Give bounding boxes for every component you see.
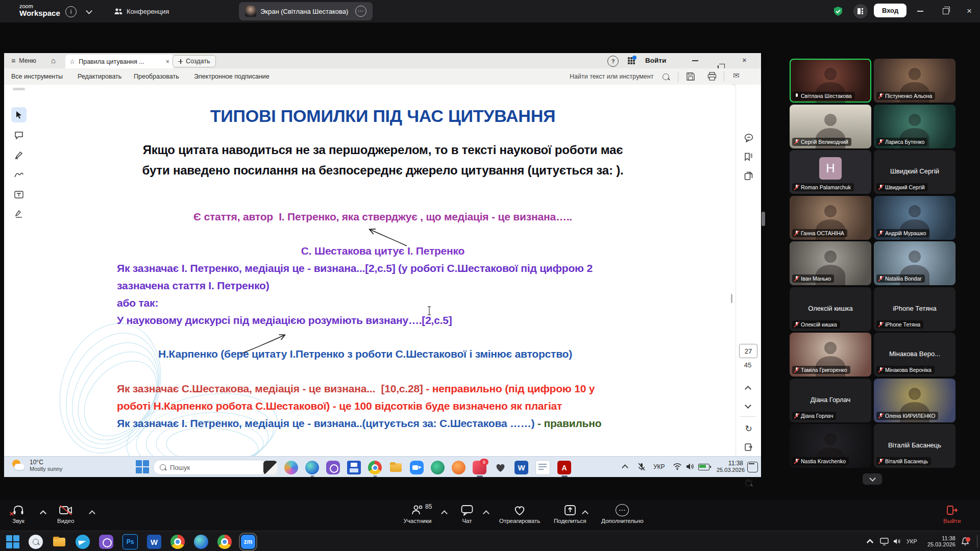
viber-icon[interactable]: [99, 535, 113, 549]
wifi-icon[interactable]: [673, 463, 682, 470]
teal-app-icon[interactable]: [431, 461, 445, 474]
previous-page-icon[interactable]: [745, 386, 751, 392]
participant-tile[interactable]: Олена КИРИЛЕНКО: [874, 379, 955, 422]
more-button[interactable]: ··· Дополнительно: [601, 504, 644, 524]
create-button[interactable]: Создать: [173, 55, 216, 67]
info-icon[interactable]: i: [65, 6, 77, 17]
text-box-tool-icon[interactable]: [11, 187, 27, 202]
comments-panel-icon[interactable]: [742, 131, 756, 145]
refresh-icon[interactable]: ↻: [742, 421, 756, 436]
adobe-apps-grid-icon[interactable]: [628, 57, 635, 64]
speaker-icon[interactable]: [686, 463, 694, 470]
audio-options-chevron[interactable]: [40, 510, 46, 517]
edit-menu[interactable]: Редактировать: [78, 73, 121, 80]
speaker-tray-icon[interactable]: [893, 538, 901, 545]
video-options-chevron[interactable]: [89, 510, 95, 517]
minimize-button[interactable]: [913, 4, 928, 19]
current-page-input[interactable]: 27: [739, 344, 757, 358]
all-tools-menu[interactable]: Все инструменты: [11, 73, 63, 80]
participant-tile[interactable]: Лариса Бутенко: [874, 105, 955, 148]
stage-scrollbar-thumb[interactable]: [762, 212, 765, 226]
edge-icon[interactable]: [305, 461, 319, 474]
notifications-bell-icon[interactable]: [961, 539, 970, 547]
photoshop-icon[interactable]: Ps: [122, 534, 138, 549]
weather-widget[interactable]: 10°C Mostly sunny: [11, 459, 62, 472]
word-icon[interactable]: W: [514, 461, 528, 474]
shared-clock[interactable]: 11:38 25.03.2026: [717, 460, 743, 473]
chrome-icon[interactable]: [170, 535, 185, 549]
participant-tile[interactable]: Nataliia Bondar: [874, 241, 955, 285]
apps-layout-icon[interactable]: [853, 4, 868, 18]
esign-menu[interactable]: Электронное подписание: [194, 73, 270, 80]
bookmarks-panel-icon[interactable]: [742, 149, 756, 164]
tab-conference[interactable]: Конференция: [108, 2, 175, 20]
notepad-icon[interactable]: [535, 460, 550, 475]
acrobat-icon[interactable]: A: [557, 461, 571, 474]
sign-in-button[interactable]: Вход: [874, 4, 906, 17]
word-icon[interactable]: W: [147, 535, 161, 549]
participant-tile[interactable]: Nastia Kravchenko: [790, 424, 871, 468]
export-page-icon[interactable]: [742, 440, 756, 454]
participant-tile[interactable]: Пістуненко Альона: [874, 59, 955, 103]
close-button[interactable]: ×: [962, 4, 977, 19]
help-icon[interactable]: ?: [607, 56, 619, 67]
tab-more-icon[interactable]: ···: [355, 6, 366, 17]
participant-tile[interactable]: Таміла Григоренко: [790, 333, 871, 377]
start-button[interactable]: [136, 460, 149, 473]
panel-handle[interactable]: [13, 88, 25, 90]
participant-tile[interactable]: Сергій Великодний: [790, 105, 871, 148]
participant-tile[interactable]: Мінакова Веро... Мінакова Вероніка: [874, 333, 955, 377]
close-tab-icon[interactable]: ×: [165, 58, 169, 65]
search-tools-field[interactable]: Найти текст или инструмент: [570, 73, 653, 80]
acrobat-sign-in-button[interactable]: Войти: [645, 57, 666, 64]
fill-sign-tool-icon[interactable]: [11, 207, 27, 222]
zoom-out-icon[interactable]: −: [742, 475, 756, 490]
participants-options-chevron[interactable]: [441, 510, 448, 517]
participants-button[interactable]: 85 Участники: [397, 504, 438, 524]
convert-menu[interactable]: Преобразовать: [134, 73, 179, 80]
home-icon[interactable]: ⌂: [51, 56, 56, 65]
chrome-icon[interactable]: [368, 461, 382, 474]
health-app-icon[interactable]: [494, 461, 507, 474]
file-explorer-icon[interactable]: [389, 461, 403, 474]
start-button[interactable]: [6, 535, 19, 548]
viber-icon[interactable]: [326, 461, 340, 474]
chevron-down-icon[interactable]: [86, 8, 92, 14]
chrome-profile-icon[interactable]: [217, 535, 232, 549]
participant-tile[interactable]: Світлана Шестакова: [790, 59, 871, 103]
pages-panel-icon[interactable]: [742, 168, 756, 183]
task-view-icon[interactable]: [263, 461, 277, 474]
participant-tile[interactable]: Ганна ОСТАНІНА: [790, 196, 871, 240]
show-desktop-button[interactable]: [977, 535, 977, 547]
search-button[interactable]: [29, 535, 43, 549]
edge-icon[interactable]: [194, 535, 208, 549]
mail-icon[interactable]: ✉: [733, 71, 740, 80]
copilot-icon[interactable]: [284, 461, 298, 474]
mic-muted-tray-icon[interactable]: [637, 462, 646, 471]
chat-options-chevron[interactable]: [483, 510, 489, 517]
menu-button[interactable]: ≡ Меню: [11, 53, 36, 68]
zoom-app-icon[interactable]: [410, 461, 424, 474]
react-button[interactable]: Отреагировать: [499, 504, 540, 524]
video-button[interactable]: Видео: [57, 504, 75, 524]
participant-tile[interactable]: H Roman Palamarchuk: [790, 150, 871, 194]
gallery-scroll-down-button[interactable]: [863, 473, 882, 485]
document-tab[interactable]: ☆ Правила цитування ... ×: [65, 55, 174, 68]
participant-tile[interactable]: Іван Манько: [790, 241, 871, 285]
leave-button[interactable]: Выйти: [943, 504, 961, 524]
participant-tile[interactable]: Олексій кишка Олексій кишка: [790, 287, 871, 331]
participant-tile[interactable]: Швидкий Сергій Швидкий Сергій: [874, 150, 955, 194]
photos-app-icon[interactable]: 9: [473, 461, 486, 474]
security-shield-icon[interactable]: [833, 6, 843, 16]
battery-icon[interactable]: [698, 464, 709, 470]
draw-tool-icon[interactable]: [11, 167, 27, 182]
share-button[interactable]: Поделиться: [554, 504, 586, 524]
zoom-app-icon-active[interactable]: zm: [241, 535, 255, 549]
document-scrollbar-thumb[interactable]: [731, 294, 732, 303]
participant-tile[interactable]: iPhone Тетяна iPhone Тетяна: [874, 287, 955, 331]
search-input[interactable]: Пошук: [153, 460, 267, 475]
telegram-icon[interactable]: [76, 535, 90, 549]
print-icon[interactable]: [707, 72, 717, 81]
audio-button[interactable]: ✕ Звук: [12, 504, 24, 524]
highlight-tool-icon[interactable]: [11, 147, 27, 163]
